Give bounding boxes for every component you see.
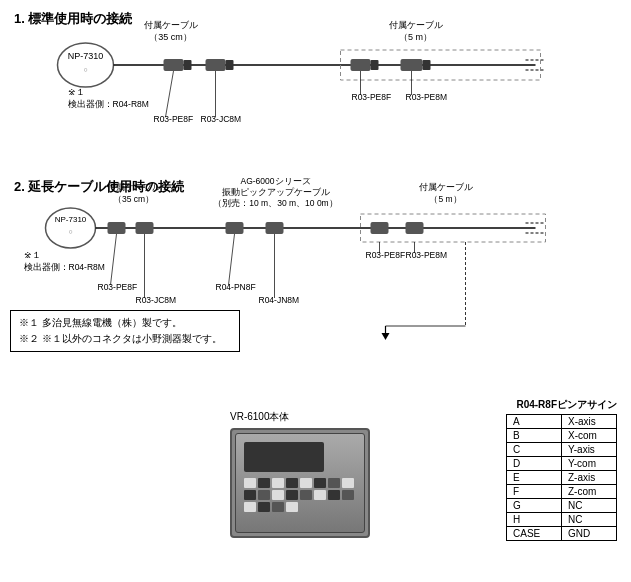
svg-line-57 [229, 234, 235, 285]
svg-text:R03-PE8F: R03-PE8F [98, 282, 138, 292]
btn16 [342, 490, 354, 500]
svg-text:R03-JC8M: R03-JC8M [201, 114, 242, 124]
svg-text:R03-PE8F: R03-PE8F [352, 92, 392, 102]
svg-line-23 [166, 71, 174, 117]
btn13 [300, 490, 312, 500]
pin-signal: NC [562, 513, 617, 527]
btn14 [314, 490, 326, 500]
btn2 [258, 478, 270, 488]
pin-label: H [507, 513, 562, 527]
btn11 [272, 490, 284, 500]
btn20 [286, 502, 298, 512]
svg-text:振動ピックアップケーブル: 振動ピックアップケーブル [222, 187, 330, 197]
svg-text:付属ケーブル: 付属ケーブル [389, 20, 443, 30]
svg-text:付属ケーブル: 付属ケーブル [419, 182, 473, 192]
table-row: FZ-com [507, 485, 617, 499]
svg-rect-42 [108, 222, 126, 234]
btn8 [342, 478, 354, 488]
pin-label: CASE [507, 527, 562, 541]
vr6100-label: VR-6100本体 [230, 410, 289, 424]
svg-text:R03-PE8M: R03-PE8M [406, 250, 448, 260]
section2: 2. 延長ケーブル使用時の接続 NP-7310 ○ 付属ケーブル （35 cm）… [14, 178, 617, 196]
vr6100-device [230, 428, 370, 538]
btn4 [286, 478, 298, 488]
device-buttons [244, 478, 359, 512]
pin-signal: Z-axis [562, 471, 617, 485]
svg-text:（35 cm）: （35 cm） [149, 32, 192, 42]
pin-label: A [507, 415, 562, 429]
btn12 [286, 490, 298, 500]
svg-text:R04-PN8F: R04-PN8F [216, 282, 256, 292]
svg-rect-15 [371, 60, 379, 70]
notes-box: ※１ 多治見無線電機（株）製です。 ※２ ※１以外のコネクタは小野測器製です。 [10, 310, 240, 352]
table-row: GNC [507, 499, 617, 513]
svg-rect-11 [184, 60, 192, 70]
section1-diagram: NP-7310 ○ 付属ケーブル （35 cm） 付属ケーブル （5 m） [14, 10, 617, 150]
svg-text:検出器側：R04-R8M: 検出器側：R04-R8M [24, 262, 105, 272]
note2: ※２ ※１以外のコネクタは小野測器製です。 [19, 331, 231, 347]
svg-line-53 [111, 234, 117, 285]
svg-text:R03-PE8F: R03-PE8F [154, 114, 194, 124]
svg-point-0 [58, 43, 114, 87]
pin-signal: Z-com [562, 485, 617, 499]
svg-text:R03-PE8F: R03-PE8F [366, 250, 406, 260]
svg-rect-10 [164, 59, 184, 71]
btn17 [244, 502, 256, 512]
svg-text:NP-7310: NP-7310 [68, 51, 104, 61]
svg-text:検出器側：R04-R8M: 検出器側：R04-R8M [68, 99, 149, 109]
btn6 [314, 478, 326, 488]
svg-text:（5 m）: （5 m） [429, 194, 461, 204]
svg-text:（5 m）: （5 m） [399, 32, 432, 42]
svg-text:付属ケーブル: 付属ケーブル [144, 20, 198, 30]
pin-label: F [507, 485, 562, 499]
svg-text:○: ○ [68, 228, 72, 235]
btn3 [272, 478, 284, 488]
table-row: CASEGND [507, 527, 617, 541]
table-row: DY-com [507, 457, 617, 471]
btn5 [300, 478, 312, 488]
pin-label: D [507, 457, 562, 471]
table-row: CY-axis [507, 443, 617, 457]
device-screen [244, 442, 324, 472]
svg-text:R04-JN8M: R04-JN8M [259, 295, 300, 305]
btn9 [244, 490, 256, 500]
pin-signal: GND [562, 527, 617, 541]
note1: ※１ 多治見無線電機（株）製です。 [19, 315, 231, 331]
svg-rect-47 [406, 222, 424, 234]
svg-text:NP-7310: NP-7310 [55, 215, 87, 224]
svg-rect-13 [226, 60, 234, 70]
table-row: HNC [507, 513, 617, 527]
svg-text:○: ○ [83, 66, 87, 73]
svg-text:（35 cm）: （35 cm） [113, 194, 154, 204]
table-row: EZ-axis [507, 471, 617, 485]
table-row: BX-com [507, 429, 617, 443]
svg-text:付属ケーブル: 付属ケーブル [107, 182, 161, 192]
section1: 1. 標準使用時の接続 NP-7310 ○ 付属ケーブル （35 cm） 付属ケ… [14, 10, 617, 170]
svg-text:R03-JC8M: R03-JC8M [136, 295, 177, 305]
table-row: AX-axis [507, 415, 617, 429]
svg-text:（別売：10 m、30 m、10 0m）: （別売：10 m、30 m、10 0m） [213, 198, 337, 208]
pin-signal: Y-axis [562, 443, 617, 457]
svg-rect-43 [136, 222, 154, 234]
device-body [235, 433, 365, 533]
svg-text:※１: ※１ [24, 250, 41, 260]
btn1 [244, 478, 256, 488]
pin-signal: X-com [562, 429, 617, 443]
svg-rect-45 [266, 222, 284, 234]
btn10 [258, 490, 270, 500]
btn18 [258, 502, 270, 512]
pin-signal: Y-com [562, 457, 617, 471]
svg-rect-14 [351, 59, 371, 71]
svg-marker-66 [382, 333, 390, 340]
svg-rect-44 [226, 222, 244, 234]
pin-table: AX-axisBX-comCY-axisDY-comEZ-axisFZ-comG… [506, 414, 617, 541]
page: 1. 標準使用時の接続 NP-7310 ○ 付属ケーブル （35 cm） 付属ケ… [0, 0, 631, 582]
pin-signal: NC [562, 499, 617, 513]
pin-label: E [507, 471, 562, 485]
pin-label: C [507, 443, 562, 457]
svg-rect-16 [401, 59, 423, 71]
svg-text:AG-6000シリーズ: AG-6000シリーズ [240, 178, 311, 186]
pin-label: B [507, 429, 562, 443]
pin-table-title: R04-R8Fピンアサイン [506, 398, 617, 412]
btn15 [328, 490, 340, 500]
